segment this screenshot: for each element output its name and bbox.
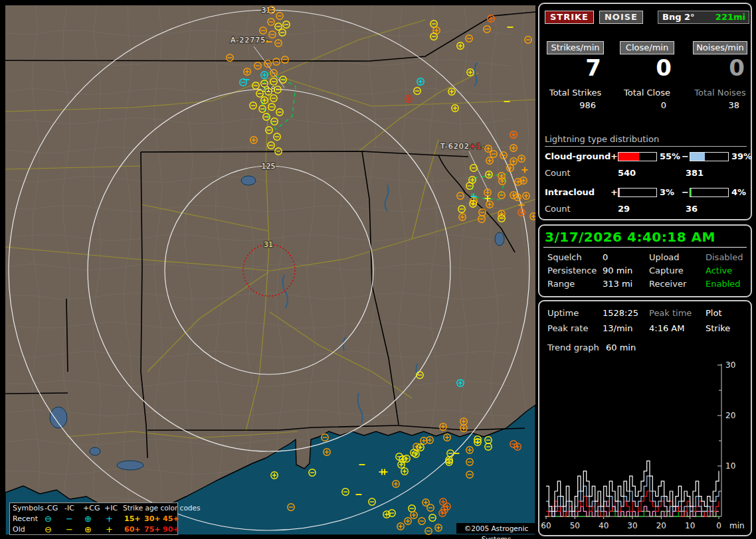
- minus-sign: −: [682, 187, 689, 197]
- age-90-label: 90+: [163, 525, 179, 534]
- strikes-per-min-chip: Strikes/min: [547, 41, 604, 54]
- strike-mode-button[interactable]: STRIKE: [545, 11, 594, 24]
- cloud-ground-count-row: Count 540 381: [545, 168, 748, 178]
- cg-minus-count: 381: [686, 168, 704, 178]
- strikes-per-min-value: 7: [547, 54, 604, 81]
- nexstorm-window: { "panel": { "mode_buttons": {"strike": …: [0, 0, 756, 539]
- plot-mode-value: Strike: [706, 323, 730, 333]
- map-symbol-legend: Symbols -CG -IC +CG +IC Strike age color…: [9, 502, 178, 535]
- cg-plus-count: 540: [618, 168, 636, 178]
- age-15-label: 15+: [124, 514, 141, 523]
- range-row: Range 313 mi Receiver Enabled: [539, 279, 751, 291]
- cg-minus-old-icon: ⊖: [45, 524, 52, 534]
- storm-track-label-T-6202: T-6202+1-: [440, 142, 485, 151]
- cg-plus-recent-icon: ⊕: [84, 514, 92, 524]
- distribution-section-title: Lightning type distribution: [545, 134, 747, 147]
- receiver-label: Receiver: [649, 279, 686, 289]
- storm-track-label-A-22775: A-22775-: [231, 36, 269, 44]
- close-per-min-chip: Close/min: [620, 41, 674, 54]
- trend-graph-window: 60 min: [606, 343, 636, 352]
- ic-minus-count: 36: [686, 204, 698, 214]
- cg-plus-pct: 55%: [660, 151, 680, 161]
- noises-per-min-value: 0: [693, 54, 747, 81]
- trend-y-tick: 30: [725, 360, 735, 370]
- date-time-display: 3/17/2026 4:40:18 AM: [545, 229, 715, 245]
- peak-rate-value: 13/min: [603, 323, 632, 333]
- legend-row-old-label: Old: [13, 525, 25, 534]
- strikes-column: Strikes/min 7 Total Strikes 986: [547, 41, 604, 110]
- intracloud-row: Intracloud + 3% − 4%: [545, 187, 748, 198]
- total-strikes-label: Total Strikes: [547, 88, 604, 98]
- receiver-status: Enabled: [706, 279, 741, 289]
- status-box: 3/17/2026 4:40:18 AM Squelch 0 Upload Di…: [538, 224, 752, 297]
- cg-minus-recent-icon: ⊖: [45, 514, 52, 524]
- capture-status: Active: [706, 266, 732, 275]
- close-per-min-value: 0: [620, 54, 674, 81]
- squelch-label: Squelch: [547, 252, 582, 262]
- peak-rate-row: Peak rate 13/min 4:16 AM Strike: [539, 323, 751, 335]
- cloud-ground-label: Cloud-ground: [545, 151, 611, 161]
- trend-x-tick: 60: [541, 521, 551, 530]
- ic-plus-recent-icon: +: [106, 514, 113, 524]
- total-close-label: Total Close: [620, 88, 674, 98]
- legend-header-ic-plus: +IC: [104, 504, 118, 512]
- ic-plus-bar: [618, 188, 657, 197]
- ic-minus-recent-icon: −: [66, 514, 73, 524]
- noises-column: Noises/min 0 Total Noises 38: [693, 41, 747, 110]
- trend-graph-label: Trend graph: [547, 343, 599, 352]
- count-label: Count: [545, 204, 571, 214]
- minus-sign: −: [682, 151, 689, 161]
- trend-axes: [545, 364, 721, 519]
- persistence-label: Persistence: [547, 266, 597, 275]
- strike-trend-chart: 1020306050403020100min: [541, 357, 752, 535]
- cg-plus-old-icon: ⊕: [84, 524, 92, 534]
- legend-header-symbols: Symbols: [13, 504, 44, 512]
- trend-x-tick: 0: [716, 521, 721, 530]
- legend-header-cg-plus: +CG: [83, 504, 100, 512]
- peak-time-label: Peak time: [649, 308, 692, 318]
- total-close-value: 0: [620, 100, 674, 110]
- cg-plus-bar: [618, 152, 657, 161]
- legend-age-title: Strike age color codes: [123, 504, 200, 512]
- trend-x-tick: 10: [685, 521, 695, 530]
- noise-mode-button[interactable]: NOISE: [599, 11, 643, 24]
- age-45-label: 45+: [163, 514, 179, 523]
- range-ring-label-125: 125: [262, 162, 276, 171]
- trend-y-tick: 20: [725, 411, 735, 420]
- count-label: Count: [545, 168, 571, 178]
- persistence-row: Persistence 90 min Capture Active: [539, 266, 751, 277]
- peak-rate-label: Peak rate: [547, 323, 588, 333]
- legend-header-ic-minus: -IC: [64, 504, 74, 512]
- strike-stats-box: STRIKE NOISE Bng 2° 221mi Strikes/min 7 …: [538, 3, 752, 220]
- trend-box: Uptime 1528:25 Peak time Plot Peak rate …: [538, 300, 752, 536]
- total-strikes-value: 986: [547, 100, 604, 110]
- bearing-distance: 221mi: [715, 11, 745, 23]
- range-label: Range: [547, 279, 575, 289]
- plus-sign: +: [611, 151, 618, 161]
- ic-plus-count: 29: [618, 204, 630, 214]
- range-value: 313 mi: [603, 279, 632, 289]
- map-canvas[interactable]: 31321812531A-22775-T-6202+1-: [0, 0, 539, 539]
- cg-minus-bar: [690, 152, 729, 161]
- uptime-row: Uptime 1528:25 Peak time Plot: [539, 308, 751, 320]
- ic-plus-old-icon: +: [106, 524, 113, 534]
- trend-x-unit: min: [729, 521, 745, 530]
- trend-x-tick: 50: [570, 521, 580, 530]
- legend-header-cg-minus: -CG: [45, 504, 58, 512]
- capture-label: Capture: [649, 266, 684, 275]
- noises-per-min-chip: Noises/min: [693, 41, 747, 54]
- intracloud-count-row: Count 29 36: [545, 204, 748, 214]
- range-ring-label-31: 31: [264, 240, 273, 249]
- close-column: Close/min 0 Total Close 0: [620, 41, 674, 110]
- plus-sign: +: [611, 187, 618, 197]
- age-60-label: 60+: [124, 525, 141, 534]
- upload-status: Disabled: [706, 252, 743, 262]
- squelch-value: 0: [603, 252, 608, 262]
- total-noises-value: 38: [693, 100, 747, 110]
- trend-x-tick: 20: [656, 521, 666, 530]
- age-75-label: 75+: [144, 525, 161, 534]
- peak-time-value: 4:16 AM: [649, 323, 684, 333]
- cg-minus-pct: 39%: [731, 151, 752, 161]
- trend-x-tick: 40: [599, 521, 609, 530]
- plot-label: Plot: [706, 308, 722, 318]
